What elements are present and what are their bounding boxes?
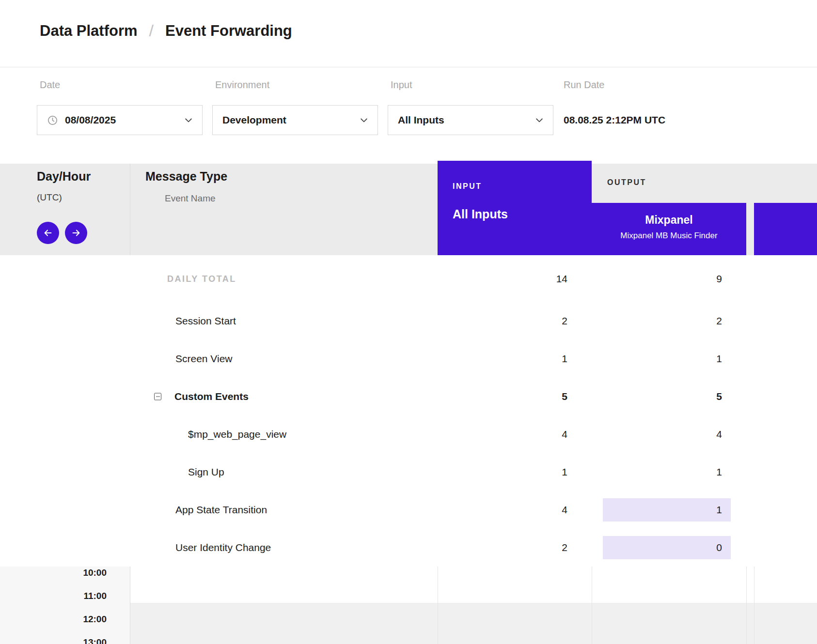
highlighted-cell-background: [603, 498, 731, 521]
output-count: 1: [716, 466, 722, 478]
table-row: Sign Up 1 1: [0, 453, 817, 491]
environment-label: Environment: [215, 79, 269, 91]
output-column-label: OUTPUT: [607, 178, 646, 187]
event-name: Session Start: [175, 315, 236, 327]
header: Data Platform / Event Forwarding: [0, 0, 817, 67]
hour-label[interactable]: 11:00: [0, 584, 107, 608]
filter-bar: Date Environment Input Run Date 08/08/20…: [0, 68, 817, 164]
day-hour-timezone: (UTC): [37, 192, 62, 203]
output-column-title: Mixpanel: [592, 214, 746, 227]
table-row: App State Transition 4 1: [0, 491, 817, 529]
input-count: 4: [562, 504, 567, 516]
output-count: 1: [716, 504, 722, 516]
arrow-right-icon: [71, 228, 81, 238]
event-forwarding-page: Data Platform / Event Forwarding Date En…: [0, 0, 817, 644]
table-row: Screen View 1 1: [0, 340, 817, 378]
table-row: User Identity Change 2 0: [0, 529, 817, 567]
arrow-left-icon: [43, 228, 53, 238]
input-label: Input: [391, 79, 412, 91]
daily-total-label: DAILY TOTAL: [167, 274, 236, 284]
table-footer-area: [130, 603, 817, 644]
input-count: 1: [562, 466, 567, 478]
event-name: Sign Up: [188, 466, 224, 478]
chevron-down-icon: [184, 115, 193, 125]
message-type-header: Message Type: [145, 169, 227, 184]
input-column-header: INPUT All Inputs: [438, 161, 592, 255]
daily-total-row: DAILY TOTAL 14 9: [0, 255, 817, 302]
date-label: Date: [40, 79, 60, 91]
environment-select[interactable]: Development: [212, 105, 378, 135]
breadcrumb-separator: /: [149, 21, 154, 40]
output-column-subtitle: Mixpanel MB Music Finder: [592, 231, 746, 241]
input-count: 2: [562, 315, 567, 327]
input-column-title: All Inputs: [453, 207, 592, 221]
chevron-down-icon: [534, 115, 544, 125]
output-count: 2: [716, 315, 722, 327]
day-hour-header: Day/Hour: [37, 169, 91, 184]
event-name: Custom Events: [174, 391, 249, 402]
output-count: 5: [716, 391, 722, 402]
event-name: $mp_web_page_view: [188, 429, 286, 440]
page-title: Event Forwarding: [165, 22, 292, 40]
breadcrumb-section[interactable]: Data Platform: [40, 22, 138, 40]
run-date-label: Run Date: [564, 79, 605, 91]
input-count: 2: [562, 542, 567, 553]
event-name: User Identity Change: [175, 542, 271, 553]
output-count: 1: [716, 353, 722, 365]
breadcrumb: Data Platform / Event Forwarding: [40, 21, 292, 40]
event-rows: Session Start 2 2 Screen View 1 1 Custom…: [0, 302, 817, 567]
chevron-down-icon: [359, 115, 369, 125]
input-count: 1: [562, 353, 567, 365]
input-count: 5: [562, 391, 567, 402]
input-select[interactable]: All Inputs: [388, 105, 553, 135]
clock-icon: [47, 115, 58, 126]
input-value: All Inputs: [398, 114, 444, 126]
run-date-value: 08.08.25 2:12PM UTC: [564, 105, 665, 135]
daily-total-input-count: 14: [556, 273, 567, 285]
hour-label[interactable]: 12:00: [0, 608, 107, 631]
daily-total-output-count: 9: [716, 273, 722, 285]
environment-value: Development: [222, 114, 286, 126]
prev-day-button[interactable]: [37, 222, 59, 244]
event-name-subheader: Event Name: [165, 193, 216, 204]
output-count: 4: [716, 429, 722, 440]
date-select[interactable]: 08/08/2025: [37, 105, 203, 135]
input-column-label: INPUT: [453, 182, 592, 191]
next-day-button[interactable]: [65, 222, 87, 244]
collapse-icon[interactable]: [154, 393, 161, 400]
table-row: Custom Events 5 5: [0, 378, 817, 415]
event-name: Screen View: [175, 353, 233, 365]
table-row: $mp_web_page_view 4 4: [0, 415, 817, 453]
highlighted-cell-background: [603, 536, 731, 559]
event-name: App State Transition: [175, 504, 267, 516]
output-count: 0: [716, 542, 722, 553]
table-row: Session Start 2 2: [0, 302, 817, 340]
input-count: 4: [562, 429, 567, 440]
hour-label[interactable]: 13:00: [0, 631, 107, 644]
date-value: 08/08/2025: [65, 114, 116, 126]
next-output-column-header: [754, 203, 817, 255]
output-column-header: Mixpanel Mixpanel MB Music Finder: [592, 203, 746, 255]
